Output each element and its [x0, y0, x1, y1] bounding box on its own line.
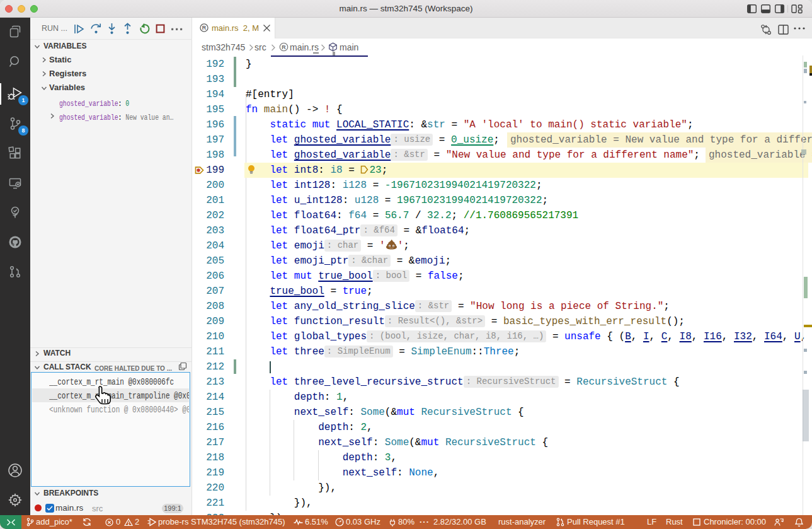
svg-text:R: R: [202, 25, 207, 31]
svg-text:R: R: [282, 44, 286, 50]
